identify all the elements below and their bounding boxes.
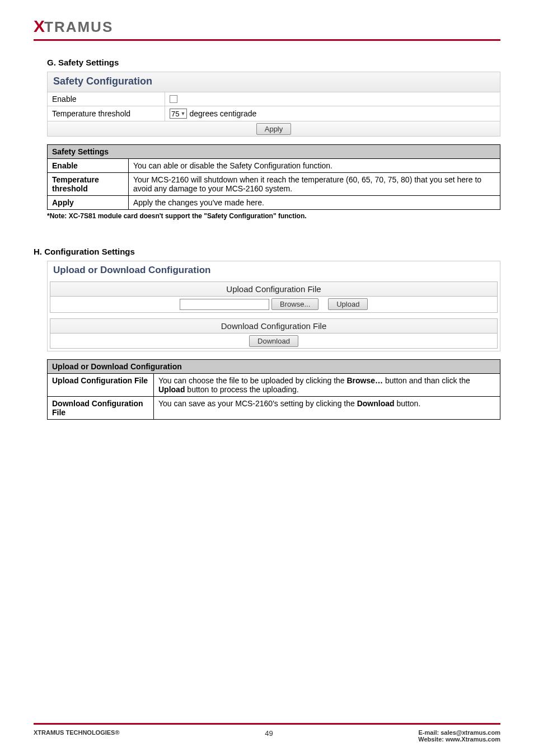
row-apply-desc: Apply the changes you've made here. (129, 196, 500, 210)
row-temp-label: Temperature threshold (48, 173, 129, 196)
row-download-label: Download Configuration File (48, 397, 154, 420)
safety-config-panel: Safety Configuration Enable Temperature … (47, 72, 500, 137)
footer-email: E-mail: sales@xtramus.com (418, 729, 500, 736)
browse-button[interactable]: Browse... (271, 298, 318, 310)
header: X TRAMUS (34, 17, 500, 41)
footer-page-number: 49 (265, 729, 273, 738)
section-h-title: H. Configuration Settings (34, 247, 500, 256)
safety-settings-table: Safety Settings Enable You can able or d… (47, 144, 500, 210)
upload-config-header: Upload Configuration File (50, 281, 498, 297)
apply-button[interactable]: Apply (256, 123, 292, 135)
upload-download-heading: Upload or Download Configuration (48, 261, 500, 281)
safety-settings-header: Safety Settings (48, 145, 500, 159)
row-enable-label: Enable (48, 159, 129, 173)
row-enable-desc: You can able or disable the Safety Confi… (129, 159, 500, 173)
temperature-select[interactable]: 75 ▼ (170, 109, 187, 119)
download-config-header: Download Configuration File (50, 318, 498, 334)
brand-logo: X TRAMUS (34, 17, 500, 36)
temperature-value: 75 (171, 110, 179, 118)
temperature-threshold-label: Temperature threshold (48, 106, 165, 121)
row-download-desc: You can save as your MCS-2160's setting … (154, 397, 500, 420)
temperature-units: degrees centigrade (189, 109, 256, 118)
footer-website: Website: www.Xtramus.com (418, 736, 500, 743)
page-footer: XTRAMUS TECHNOLOGIES® 49 E-mail: sales@x… (34, 723, 500, 743)
upload-button[interactable]: Upload (328, 298, 368, 310)
upload-download-table: Upload or Download Configuration Upload … (47, 359, 500, 420)
chevron-down-icon: ▼ (180, 111, 185, 116)
row-upload-desc: You can choose the file to be uploaded b… (154, 374, 500, 397)
logo-text: TRAMUS (44, 18, 113, 36)
footer-company: XTRAMUS TECHNOLOGIES® (34, 729, 120, 736)
row-temp-desc: Your MCS-2160 will shutdown when it reac… (129, 173, 500, 196)
upload-download-spec-header: Upload or Download Configuration (48, 360, 500, 374)
safety-config-heading: Safety Configuration (48, 72, 500, 92)
logo-mark: X (34, 17, 44, 36)
row-apply-label: Apply (48, 196, 129, 210)
safety-note: *Note: XC-7S81 module card doesn't suppo… (47, 212, 500, 220)
download-button[interactable]: Download (249, 335, 298, 347)
upload-download-panel: Upload or Download Configuration Upload … (47, 261, 500, 351)
upload-file-input[interactable] (180, 299, 269, 310)
enable-checkbox[interactable] (170, 95, 177, 103)
row-upload-label: Upload Configuration File (48, 374, 154, 397)
section-g-title: G. Safety Settings (47, 58, 500, 67)
enable-label: Enable (48, 92, 165, 106)
